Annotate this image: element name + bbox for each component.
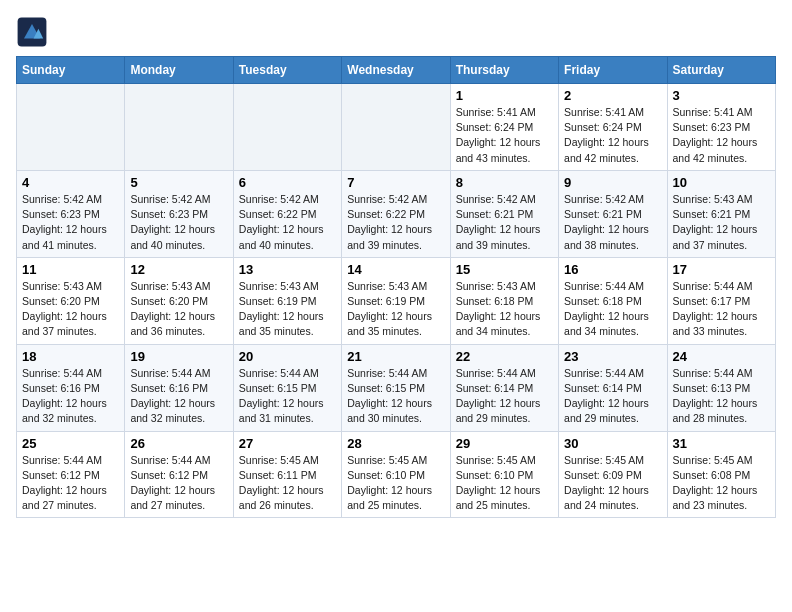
calendar-cell: 4Sunrise: 5:42 AMSunset: 6:23 PMDaylight… bbox=[17, 170, 125, 257]
calendar-week-3: 11Sunrise: 5:43 AMSunset: 6:20 PMDayligh… bbox=[17, 257, 776, 344]
weekday-header-thursday: Thursday bbox=[450, 57, 558, 84]
day-number: 25 bbox=[22, 436, 119, 451]
day-number: 4 bbox=[22, 175, 119, 190]
calendar-body: 1Sunrise: 5:41 AMSunset: 6:24 PMDaylight… bbox=[17, 84, 776, 518]
weekday-header-friday: Friday bbox=[559, 57, 667, 84]
day-number: 11 bbox=[22, 262, 119, 277]
day-info: Sunrise: 5:43 AMSunset: 6:18 PMDaylight:… bbox=[456, 279, 553, 340]
day-number: 19 bbox=[130, 349, 227, 364]
calendar-week-5: 25Sunrise: 5:44 AMSunset: 6:12 PMDayligh… bbox=[17, 431, 776, 518]
day-info: Sunrise: 5:45 AMSunset: 6:09 PMDaylight:… bbox=[564, 453, 661, 514]
calendar-cell: 8Sunrise: 5:42 AMSunset: 6:21 PMDaylight… bbox=[450, 170, 558, 257]
day-info: Sunrise: 5:43 AMSunset: 6:19 PMDaylight:… bbox=[239, 279, 336, 340]
day-info: Sunrise: 5:44 AMSunset: 6:17 PMDaylight:… bbox=[673, 279, 770, 340]
weekday-header-saturday: Saturday bbox=[667, 57, 775, 84]
calendar-cell: 10Sunrise: 5:43 AMSunset: 6:21 PMDayligh… bbox=[667, 170, 775, 257]
calendar-cell: 28Sunrise: 5:45 AMSunset: 6:10 PMDayligh… bbox=[342, 431, 450, 518]
day-number: 14 bbox=[347, 262, 444, 277]
calendar-cell: 3Sunrise: 5:41 AMSunset: 6:23 PMDaylight… bbox=[667, 84, 775, 171]
day-info: Sunrise: 5:43 AMSunset: 6:20 PMDaylight:… bbox=[22, 279, 119, 340]
day-number: 5 bbox=[130, 175, 227, 190]
day-number: 30 bbox=[564, 436, 661, 451]
calendar-cell: 11Sunrise: 5:43 AMSunset: 6:20 PMDayligh… bbox=[17, 257, 125, 344]
calendar-cell: 13Sunrise: 5:43 AMSunset: 6:19 PMDayligh… bbox=[233, 257, 341, 344]
day-number: 20 bbox=[239, 349, 336, 364]
day-info: Sunrise: 5:44 AMSunset: 6:18 PMDaylight:… bbox=[564, 279, 661, 340]
day-info: Sunrise: 5:44 AMSunset: 6:13 PMDaylight:… bbox=[673, 366, 770, 427]
calendar-cell: 6Sunrise: 5:42 AMSunset: 6:22 PMDaylight… bbox=[233, 170, 341, 257]
day-info: Sunrise: 5:42 AMSunset: 6:23 PMDaylight:… bbox=[22, 192, 119, 253]
calendar-cell: 5Sunrise: 5:42 AMSunset: 6:23 PMDaylight… bbox=[125, 170, 233, 257]
day-number: 17 bbox=[673, 262, 770, 277]
weekday-header-sunday: Sunday bbox=[17, 57, 125, 84]
calendar-cell: 7Sunrise: 5:42 AMSunset: 6:22 PMDaylight… bbox=[342, 170, 450, 257]
calendar-cell: 29Sunrise: 5:45 AMSunset: 6:10 PMDayligh… bbox=[450, 431, 558, 518]
day-number: 18 bbox=[22, 349, 119, 364]
day-info: Sunrise: 5:44 AMSunset: 6:16 PMDaylight:… bbox=[22, 366, 119, 427]
day-info: Sunrise: 5:41 AMSunset: 6:24 PMDaylight:… bbox=[564, 105, 661, 166]
day-info: Sunrise: 5:43 AMSunset: 6:20 PMDaylight:… bbox=[130, 279, 227, 340]
day-number: 15 bbox=[456, 262, 553, 277]
calendar-cell: 23Sunrise: 5:44 AMSunset: 6:14 PMDayligh… bbox=[559, 344, 667, 431]
calendar-table: SundayMondayTuesdayWednesdayThursdayFrid… bbox=[16, 56, 776, 518]
calendar-header-row: SundayMondayTuesdayWednesdayThursdayFrid… bbox=[17, 57, 776, 84]
calendar-cell bbox=[125, 84, 233, 171]
day-info: Sunrise: 5:44 AMSunset: 6:16 PMDaylight:… bbox=[130, 366, 227, 427]
day-number: 24 bbox=[673, 349, 770, 364]
day-number: 2 bbox=[564, 88, 661, 103]
calendar-cell: 1Sunrise: 5:41 AMSunset: 6:24 PMDaylight… bbox=[450, 84, 558, 171]
calendar-cell: 17Sunrise: 5:44 AMSunset: 6:17 PMDayligh… bbox=[667, 257, 775, 344]
calendar-cell: 26Sunrise: 5:44 AMSunset: 6:12 PMDayligh… bbox=[125, 431, 233, 518]
day-info: Sunrise: 5:42 AMSunset: 6:21 PMDaylight:… bbox=[456, 192, 553, 253]
weekday-header-wednesday: Wednesday bbox=[342, 57, 450, 84]
calendar-week-1: 1Sunrise: 5:41 AMSunset: 6:24 PMDaylight… bbox=[17, 84, 776, 171]
day-number: 31 bbox=[673, 436, 770, 451]
calendar-cell: 30Sunrise: 5:45 AMSunset: 6:09 PMDayligh… bbox=[559, 431, 667, 518]
day-info: Sunrise: 5:42 AMSunset: 6:22 PMDaylight:… bbox=[347, 192, 444, 253]
calendar-cell: 21Sunrise: 5:44 AMSunset: 6:15 PMDayligh… bbox=[342, 344, 450, 431]
calendar-cell: 16Sunrise: 5:44 AMSunset: 6:18 PMDayligh… bbox=[559, 257, 667, 344]
day-info: Sunrise: 5:44 AMSunset: 6:12 PMDaylight:… bbox=[130, 453, 227, 514]
day-info: Sunrise: 5:44 AMSunset: 6:14 PMDaylight:… bbox=[456, 366, 553, 427]
day-number: 6 bbox=[239, 175, 336, 190]
calendar-cell: 12Sunrise: 5:43 AMSunset: 6:20 PMDayligh… bbox=[125, 257, 233, 344]
logo bbox=[16, 16, 52, 48]
weekday-header-tuesday: Tuesday bbox=[233, 57, 341, 84]
day-info: Sunrise: 5:44 AMSunset: 6:14 PMDaylight:… bbox=[564, 366, 661, 427]
calendar-cell bbox=[342, 84, 450, 171]
day-number: 21 bbox=[347, 349, 444, 364]
day-number: 13 bbox=[239, 262, 336, 277]
calendar-cell: 15Sunrise: 5:43 AMSunset: 6:18 PMDayligh… bbox=[450, 257, 558, 344]
day-info: Sunrise: 5:44 AMSunset: 6:15 PMDaylight:… bbox=[239, 366, 336, 427]
calendar-cell: 27Sunrise: 5:45 AMSunset: 6:11 PMDayligh… bbox=[233, 431, 341, 518]
day-number: 9 bbox=[564, 175, 661, 190]
calendar-cell: 19Sunrise: 5:44 AMSunset: 6:16 PMDayligh… bbox=[125, 344, 233, 431]
day-info: Sunrise: 5:42 AMSunset: 6:22 PMDaylight:… bbox=[239, 192, 336, 253]
page-header bbox=[16, 16, 776, 48]
day-info: Sunrise: 5:43 AMSunset: 6:19 PMDaylight:… bbox=[347, 279, 444, 340]
calendar-cell: 18Sunrise: 5:44 AMSunset: 6:16 PMDayligh… bbox=[17, 344, 125, 431]
day-number: 8 bbox=[456, 175, 553, 190]
day-info: Sunrise: 5:41 AMSunset: 6:23 PMDaylight:… bbox=[673, 105, 770, 166]
day-info: Sunrise: 5:45 AMSunset: 6:10 PMDaylight:… bbox=[347, 453, 444, 514]
calendar-cell: 14Sunrise: 5:43 AMSunset: 6:19 PMDayligh… bbox=[342, 257, 450, 344]
day-number: 28 bbox=[347, 436, 444, 451]
day-info: Sunrise: 5:45 AMSunset: 6:08 PMDaylight:… bbox=[673, 453, 770, 514]
calendar-cell: 9Sunrise: 5:42 AMSunset: 6:21 PMDaylight… bbox=[559, 170, 667, 257]
calendar-week-2: 4Sunrise: 5:42 AMSunset: 6:23 PMDaylight… bbox=[17, 170, 776, 257]
calendar-cell: 2Sunrise: 5:41 AMSunset: 6:24 PMDaylight… bbox=[559, 84, 667, 171]
day-number: 23 bbox=[564, 349, 661, 364]
calendar-cell bbox=[17, 84, 125, 171]
calendar-cell: 25Sunrise: 5:44 AMSunset: 6:12 PMDayligh… bbox=[17, 431, 125, 518]
calendar-cell bbox=[233, 84, 341, 171]
day-info: Sunrise: 5:42 AMSunset: 6:21 PMDaylight:… bbox=[564, 192, 661, 253]
day-info: Sunrise: 5:44 AMSunset: 6:12 PMDaylight:… bbox=[22, 453, 119, 514]
day-number: 1 bbox=[456, 88, 553, 103]
day-number: 7 bbox=[347, 175, 444, 190]
day-number: 3 bbox=[673, 88, 770, 103]
day-info: Sunrise: 5:41 AMSunset: 6:24 PMDaylight:… bbox=[456, 105, 553, 166]
day-info: Sunrise: 5:44 AMSunset: 6:15 PMDaylight:… bbox=[347, 366, 444, 427]
day-info: Sunrise: 5:43 AMSunset: 6:21 PMDaylight:… bbox=[673, 192, 770, 253]
calendar-cell: 31Sunrise: 5:45 AMSunset: 6:08 PMDayligh… bbox=[667, 431, 775, 518]
day-info: Sunrise: 5:45 AMSunset: 6:11 PMDaylight:… bbox=[239, 453, 336, 514]
